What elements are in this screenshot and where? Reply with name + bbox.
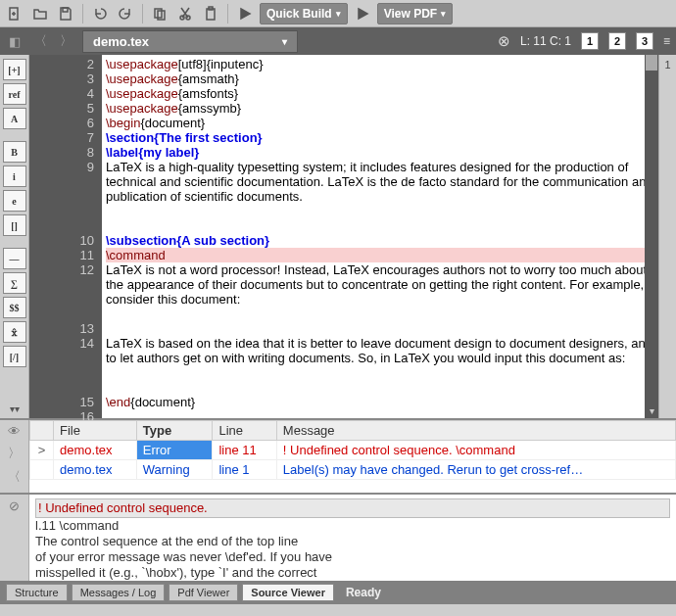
log-panel: ⊘ ! Undefined control sequence. l.11 \co…: [0, 493, 676, 581]
cut-icon[interactable]: [174, 3, 196, 24]
col-file[interactable]: File: [54, 421, 137, 441]
quick-build-button[interactable]: Quick Build▾: [260, 3, 348, 24]
chevron-down-icon: ▾: [441, 9, 446, 19]
next-icon[interactable]: 〉: [8, 445, 21, 462]
save-icon[interactable]: [55, 3, 76, 24]
log-output[interactable]: ! Undefined control sequence. l.11 \comm…: [29, 495, 676, 581]
line-gutter: 2 3 4 5 6 7 8 9 10 11 12 13 14 15 16: [29, 55, 102, 418]
line-number: 5: [29, 101, 94, 116]
line-number: 3: [29, 71, 94, 86]
line-number: 10: [29, 233, 94, 248]
run-view-icon[interactable]: [352, 3, 373, 24]
frac-icon[interactable]: [/]: [3, 346, 26, 367]
message-row[interactable]: > demo.tex Error line 11 ! Undefined con…: [30, 441, 676, 460]
run-icon[interactable]: [234, 3, 256, 24]
message-row[interactable]: demo.tex Warning line 1 Label(s) may hav…: [30, 460, 676, 480]
pane-1-button[interactable]: 1: [581, 32, 599, 50]
messages-table: File Type Line Message > demo.tex Error …: [29, 420, 676, 493]
status-bar: Structure Messages / Log Pdf Viewer Sour…: [0, 581, 676, 604]
insert-ref-icon[interactable]: ref: [3, 83, 26, 105]
clear-log-icon[interactable]: ⊘: [9, 498, 20, 513]
collapse-icon[interactable]: ▾▾: [10, 403, 20, 414]
list-icon[interactable]: ≡: [663, 34, 670, 48]
toggle-sidebar-icon[interactable]: ◧: [6, 30, 24, 52]
chevron-down-icon: ▾: [336, 9, 341, 19]
col-message[interactable]: Message: [276, 421, 675, 441]
bookmark-number[interactable]: 1: [659, 59, 676, 71]
line-number: 8: [29, 145, 94, 160]
pane-2-button[interactable]: 2: [608, 32, 626, 50]
line-number: 12: [29, 262, 94, 321]
line-number: 7: [29, 130, 94, 145]
rect-icon[interactable]: []: [3, 214, 26, 236]
scroll-down-icon[interactable]: ▾: [645, 403, 658, 418]
pane-3-button[interactable]: 3: [636, 32, 653, 50]
bold-icon[interactable]: B: [3, 141, 26, 163]
accent-icon[interactable]: x̂: [3, 321, 26, 343]
paste-icon[interactable]: [200, 3, 221, 24]
open-file-icon[interactable]: [29, 3, 51, 24]
tab-structure[interactable]: Structure: [6, 584, 68, 601]
col-line[interactable]: Line: [213, 421, 276, 441]
view-pdf-label: View PDF: [384, 7, 437, 21]
log-line: l.11 \command: [35, 518, 670, 534]
italic-icon[interactable]: i: [3, 166, 26, 187]
bookmark-strip: 1: [658, 55, 676, 418]
new-file-icon[interactable]: [4, 3, 25, 24]
line-number: 11: [29, 248, 94, 262]
separator: [227, 4, 228, 24]
messages-header-row: File Type Line Message: [30, 421, 676, 441]
eye-icon[interactable]: 👁: [8, 424, 21, 439]
status-text: Ready: [346, 586, 381, 599]
tab-pdf-viewer[interactable]: Pdf Viewer: [169, 584, 238, 601]
insert-toolbar: [+] ref A B i e [] ― ∑ $$ x̂ [/] ▾▾: [0, 55, 29, 418]
insert-part-icon[interactable]: [+]: [3, 59, 26, 80]
cursor-position: L: 11 C: 1: [520, 34, 571, 48]
main-toolbar: Quick Build▾ View PDF▾: [0, 0, 676, 27]
line-number: 13: [29, 321, 94, 336]
messages-panel: 👁 〉 〈 File Type Line Message > demo.tex …: [0, 418, 676, 493]
editor-scrollbar[interactable]: ▴ ▾: [645, 55, 658, 418]
file-tab[interactable]: demo.tex ▾: [82, 30, 298, 53]
quick-build-label: Quick Build: [266, 7, 332, 21]
line-number: 15: [29, 395, 94, 409]
document-tabbar: ◧ 〈 〉 demo.tex ▾ ⊗ L: 11 C: 1 1 2 3 ≡: [0, 27, 676, 55]
nav-forward-icon[interactable]: 〉: [57, 30, 74, 52]
line-number: 9: [29, 160, 94, 233]
log-error-line: ! Undefined control sequence.: [35, 498, 670, 518]
tab-source-viewer[interactable]: Source Viewer: [242, 584, 334, 601]
view-pdf-button[interactable]: View PDF▾: [377, 3, 453, 24]
editor-area: [+] ref A B i e [] ― ∑ $$ x̂ [/] ▾▾ 2 3 …: [0, 55, 676, 418]
redo-icon[interactable]: [115, 3, 136, 24]
copy-icon[interactable]: [149, 3, 170, 24]
log-line: of your error message was never \def'ed.…: [35, 549, 670, 565]
separator: [142, 4, 143, 24]
line-icon[interactable]: ―: [3, 248, 26, 269]
font-icon[interactable]: A: [3, 108, 26, 129]
math-icon[interactable]: $$: [3, 297, 26, 318]
nav-back-icon[interactable]: 〈: [31, 30, 49, 52]
col-type[interactable]: Type: [136, 421, 213, 441]
scroll-thumb[interactable]: [646, 55, 657, 71]
undo-icon[interactable]: [89, 3, 111, 24]
emph-icon[interactable]: e: [3, 190, 26, 212]
line-number: 2: [29, 57, 94, 71]
line-number: 4: [29, 86, 94, 101]
messages-toolbar: 👁 〉 〈: [0, 420, 29, 493]
svg-rect-3: [63, 8, 68, 12]
prev-icon[interactable]: 〈: [8, 468, 21, 486]
line-number: 6: [29, 116, 94, 130]
separator: [82, 4, 83, 24]
code-editor[interactable]: \usepackage[utf8]{inputenc} \usepackage{…: [102, 55, 658, 418]
line-number: 14: [29, 336, 94, 395]
chevron-down-icon: ▾: [282, 36, 287, 47]
tab-messages-log[interactable]: Messages / Log: [72, 584, 166, 601]
log-toolbar: ⊘: [0, 495, 29, 581]
sum-icon[interactable]: ∑: [3, 272, 26, 294]
file-tab-label: demo.tex: [93, 34, 149, 49]
log-line: The control sequence at the end of the t…: [35, 534, 670, 549]
close-icon[interactable]: ⊗: [498, 32, 510, 50]
log-line: misspelled it (e.g., `\hobx'), type `I' …: [35, 565, 670, 581]
